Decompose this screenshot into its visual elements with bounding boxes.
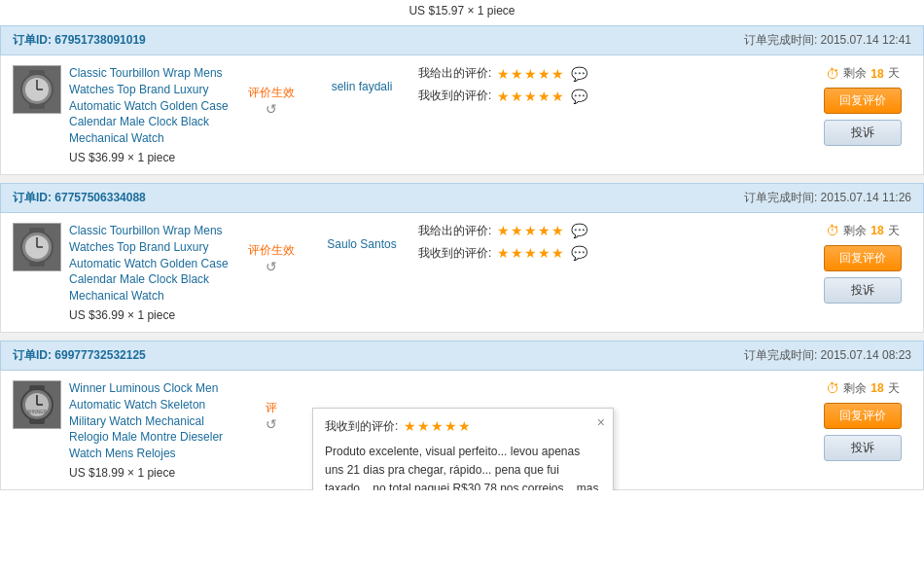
my-rating-label-1: 我给出的评价: bbox=[418, 65, 491, 82]
refresh-icon-2[interactable]: ↺ bbox=[237, 259, 305, 274]
refresh-icon-1[interactable]: ↺ bbox=[237, 101, 305, 117]
clock-icon-1: ⏱ bbox=[826, 66, 839, 82]
their-rating-label-2: 我收到的评价: bbox=[418, 245, 491, 262]
time-left-label-3: 剩余 bbox=[843, 380, 867, 397]
their-rating-label-1: 我收到的评价: bbox=[418, 88, 491, 104]
reply-button-3[interactable]: 回复评价 bbox=[824, 403, 902, 429]
order-id-3: 订单ID: 69977732532125 bbox=[13, 347, 146, 364]
order-time-3: 订单完成时间: 2015.07.14 08:23 bbox=[744, 347, 911, 364]
time-left-1: ⏱ 剩余 18 天 bbox=[826, 65, 899, 82]
rating-section-1: 我给出的评价: ★★★★★ 💬 我收到的评价: ★★★★★ 💬 bbox=[418, 65, 806, 110]
days-num-3: 18 bbox=[871, 381, 883, 395]
clock-icon-3: ⏱ bbox=[826, 380, 839, 396]
my-stars-1: ★★★★★ bbox=[497, 66, 565, 82]
order-time-2: 订单完成时间: 2015.07.14 11:26 bbox=[744, 190, 911, 206]
product-image-3: WINNER bbox=[13, 380, 61, 429]
order-body-1: Classic Tourbillon Wrap Mens Watches Top… bbox=[0, 55, 924, 175]
order-header-2: 订单ID: 67757506334088 订单完成时间: 2015.07.14 … bbox=[0, 183, 924, 213]
product-price-2: US $36.99 × 1 piece bbox=[69, 308, 230, 322]
product-link-1[interactable]: Classic Tourbillon Wrap Mens Watches Top… bbox=[69, 66, 229, 145]
svg-text:WINNER: WINNER bbox=[27, 409, 48, 414]
product-link-2[interactable]: Classic Tourbillon Wrap Mens Watches Top… bbox=[69, 224, 229, 303]
reply-button-2[interactable]: 回复评价 bbox=[824, 245, 902, 271]
product-info-3: Winner Luminous Clock Men Automatic Watc… bbox=[69, 380, 230, 480]
tooltip-rating-row: 我收到的评价: ★★★★★ bbox=[325, 418, 601, 435]
clock-icon-2: ⏱ bbox=[826, 223, 839, 238]
top-price-text: US $15.97 × 1 piece bbox=[409, 4, 515, 18]
product-price-3: US $18.99 × 1 piece bbox=[69, 466, 230, 480]
pjx-label-3[interactable]: 评 ↺ bbox=[237, 380, 305, 432]
rating-section-2: 我给出的评价: ★★★★★ 💬 我收到的评价: ★★★★★ 💬 bbox=[418, 223, 806, 268]
pjx-label-1[interactable]: 评价生效 ↺ bbox=[237, 65, 305, 117]
time-left-label-2: 剩余 bbox=[843, 223, 867, 239]
my-rating-row-1: 我给出的评价: ★★★★★ 💬 bbox=[418, 65, 806, 82]
order-body-2: Classic Tourbillon Wrap Mens Watches Top… bbox=[0, 213, 924, 333]
tooltip-close-button[interactable]: × bbox=[597, 414, 605, 430]
complaint-button-2[interactable]: 投诉 bbox=[824, 277, 902, 304]
tooltip-stars: ★★★★★ bbox=[404, 418, 472, 434]
order-time-1: 订单完成时间: 2015.07.14 12:41 bbox=[744, 32, 911, 49]
divider-1 bbox=[0, 175, 924, 183]
actions-section-1: ⏱ 剩余 18 天 回复评价 投诉 bbox=[814, 65, 911, 146]
days-unit-3: 天 bbox=[888, 380, 900, 397]
top-price-row: US $15.97 × 1 piece bbox=[0, 0, 924, 25]
complaint-button-1[interactable]: 投诉 bbox=[824, 120, 902, 146]
order-id-2: 订单ID: 67757506334088 bbox=[13, 190, 146, 206]
days-unit-1: 天 bbox=[888, 65, 900, 82]
actions-section-3: ⏱ 剩余 18 天 回复评价 投诉 bbox=[814, 380, 911, 461]
my-stars-2: ★★★★★ bbox=[497, 223, 565, 238]
days-num-2: 18 bbox=[871, 224, 883, 237]
product-info-1: Classic Tourbillon Wrap Mens Watches Top… bbox=[69, 65, 230, 164]
their-stars-2: ★★★★★ bbox=[497, 245, 565, 261]
time-left-label-1: 剩余 bbox=[843, 65, 867, 82]
order-header-1: 订单ID: 67951738091019 订单完成时间: 2015.07.14 … bbox=[0, 25, 924, 55]
order-block-2: 订单ID: 67757506334088 订单完成时间: 2015.07.14 … bbox=[0, 183, 924, 333]
my-rating-row-2: 我给出的评价: ★★★★★ 💬 bbox=[418, 223, 806, 239]
their-stars-1: ★★★★★ bbox=[497, 89, 565, 104]
pjx-label-2[interactable]: 评价生效 ↺ bbox=[237, 223, 305, 274]
product-image-2 bbox=[13, 223, 61, 271]
order-id-1: 订单ID: 67951738091019 bbox=[13, 32, 146, 49]
tooltip-popup: × 我收到的评价: ★★★★★ Produto excelente, visua… bbox=[312, 408, 614, 490]
my-rating-label-2: 我给出的评价: bbox=[418, 223, 491, 239]
order-block-1: 订单ID: 67951738091019 订单完成时间: 2015.07.14 … bbox=[0, 25, 924, 175]
reply-button-1[interactable]: 回复评价 bbox=[824, 88, 902, 114]
product-price-1: US $36.99 × 1 piece bbox=[69, 151, 230, 164]
complaint-button-3[interactable]: 投诉 bbox=[824, 435, 902, 461]
comment-icon-their-1[interactable]: 💬 bbox=[571, 89, 587, 104]
their-rating-row-2: 我收到的评价: ★★★★★ 💬 bbox=[418, 245, 806, 262]
product-info-2: Classic Tourbillon Wrap Mens Watches Top… bbox=[69, 223, 230, 322]
comment-icon-1[interactable]: 💬 bbox=[571, 66, 587, 82]
their-rating-row-1: 我收到的评价: ★★★★★ 💬 bbox=[418, 88, 806, 104]
divider-2 bbox=[0, 333, 924, 340]
days-unit-2: 天 bbox=[888, 223, 900, 239]
refresh-icon-3[interactable]: ↺ bbox=[237, 416, 305, 432]
buyer-name-3 bbox=[313, 380, 410, 395]
actions-section-2: ⏱ 剩余 18 天 回复评价 投诉 bbox=[814, 223, 911, 304]
order-header-3: 订单ID: 69977732532125 订单完成时间: 2015.07.14 … bbox=[0, 340, 924, 371]
days-num-1: 18 bbox=[871, 67, 883, 81]
comment-icon-their-2[interactable]: 💬 bbox=[571, 245, 587, 261]
tooltip-text: Produto excelente, visual perfeito... le… bbox=[325, 443, 601, 490]
tooltip-rating-label: 我收到的评价: bbox=[325, 418, 398, 435]
product-link-3[interactable]: Winner Luminous Clock Men Automatic Watc… bbox=[69, 381, 223, 460]
comment-icon-2[interactable]: 💬 bbox=[571, 223, 587, 238]
time-left-3: ⏱ 剩余 18 天 bbox=[826, 380, 899, 397]
product-image-1 bbox=[13, 65, 61, 114]
buyer-name-2: Saulo Santos bbox=[313, 223, 410, 251]
time-left-2: ⏱ 剩余 18 天 bbox=[826, 223, 899, 239]
buyer-name-1: selin faydali bbox=[313, 65, 410, 93]
